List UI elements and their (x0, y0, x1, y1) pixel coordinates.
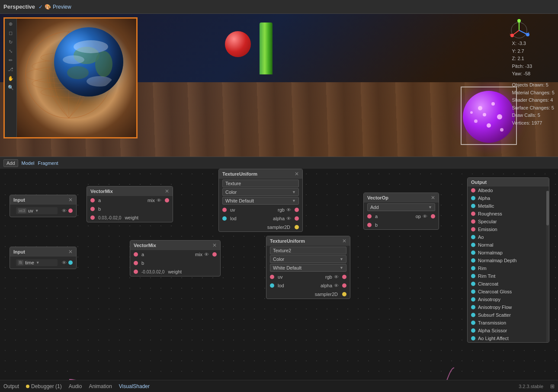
tex1-texture-dropdown[interactable]: Texture (222, 180, 299, 187)
out-clearcoat-socket[interactable] (471, 282, 475, 286)
out-ao-light-socket[interactable] (471, 336, 475, 341)
vm1-a-socket[interactable] (90, 198, 95, 202)
output-scrollbar[interactable] (546, 191, 549, 342)
stat-shaders: Shader Changes: 4 (512, 96, 555, 104)
tex1-rgb-socket[interactable] (295, 208, 299, 212)
layout-icon[interactable]: ⊞ (550, 383, 555, 389)
out-rim-socket[interactable] (471, 266, 475, 270)
vm2-weight-socket[interactable] (134, 270, 138, 274)
input-node-2-close[interactable]: ✕ (68, 249, 73, 255)
out-albedo: Albedo (468, 186, 549, 194)
vm2-mix-eye[interactable]: 👁 (204, 252, 209, 257)
tool-knife[interactable]: ⎇ (7, 66, 14, 73)
out-alpha-socket[interactable] (471, 196, 475, 200)
out-specular: Specular (468, 218, 549, 225)
vector-mix-2-header: VectorMix ✕ (130, 241, 220, 250)
out-alpha-scissor-socket[interactable] (471, 328, 475, 333)
tex1-uv-socket[interactable] (222, 208, 227, 212)
tex2-lod-socket[interactable] (270, 283, 274, 288)
out-anisotropy-flow-socket[interactable] (471, 305, 475, 309)
tool-pan[interactable]: ✋ (7, 75, 15, 82)
vm2-weight-label: weight (168, 269, 182, 274)
add-button[interactable]: Add (3, 159, 18, 167)
out-normalmap-socket[interactable] (471, 251, 475, 255)
bottom-visual-shader[interactable]: VisualShader (119, 383, 150, 389)
out-anisotropy-socket[interactable] (471, 297, 475, 302)
tex2-close[interactable]: ✕ (342, 238, 346, 244)
vop-b-socket[interactable] (367, 223, 372, 227)
out-roughness-socket[interactable] (471, 212, 475, 216)
tex2-texture-dropdown[interactable]: Texture2 (270, 247, 346, 254)
out-albedo-socket[interactable] (471, 188, 475, 193)
out-subsurf-socket[interactable] (471, 313, 475, 317)
purple-sphere-spots (463, 91, 515, 143)
bottom-audio[interactable]: Audio (69, 383, 82, 389)
stats-panel: X: -3.3 Y: 2.7 Z: 2.1 Pitch: -33 Yaw: -5… (512, 40, 555, 127)
tex2-alpha-socket[interactable] (342, 283, 346, 288)
vm1-b-socket[interactable] (90, 207, 95, 211)
out-normalmap-depth-socket[interactable] (471, 258, 475, 263)
vector-mix-1-close[interactable]: ✕ (165, 188, 169, 194)
tex2-rgb-eye[interactable]: 👁 (334, 274, 339, 280)
tex1-white-dropdown[interactable]: White Default ▼ (222, 197, 299, 205)
vm2-b-socket[interactable] (134, 261, 138, 265)
input-1-chevron[interactable]: ▼ (35, 209, 39, 213)
tex2-uv-socket[interactable] (270, 275, 274, 279)
vm2-a-socket[interactable] (134, 252, 138, 257)
vm2-mix-socket[interactable] (212, 252, 217, 257)
tex2-color-dropdown[interactable]: Color ▼ (270, 255, 346, 263)
input-node-1-close[interactable]: ✕ (68, 197, 73, 203)
tool-edit[interactable]: ✏ (8, 57, 13, 64)
vop-out-socket[interactable] (431, 214, 435, 218)
vector-mix-2-close[interactable]: ✕ (212, 242, 217, 248)
tex1-color-dropdown[interactable]: Color ▼ (222, 188, 299, 196)
stat-materials: Material Changes: 5 (512, 89, 555, 97)
tex1-close[interactable]: ✕ (295, 171, 299, 177)
input-2-eye[interactable]: 👁 (62, 260, 67, 265)
out-emission-label: Emission (478, 227, 497, 232)
vop-op-eye[interactable]: 👁 (423, 214, 427, 219)
input-2-chevron[interactable]: ▼ (36, 260, 40, 265)
tex2-white-dropdown[interactable]: White Default ▼ (270, 264, 346, 272)
tex1-alpha-socket[interactable] (295, 216, 299, 221)
tool-select[interactable]: ◻ (8, 29, 13, 37)
out-transmission-socket[interactable] (471, 321, 475, 325)
vm1-weight-row: 0.03,-0.02,0 weight (87, 213, 173, 222)
viewport-3d[interactable]: ⊕ ◻ ↻ ⤡ ✏ ⎇ ✋ 🔍 (0, 14, 558, 169)
input-1-output-socket[interactable] (68, 209, 73, 213)
out-clearcoat-gloss-socket[interactable] (471, 289, 475, 294)
node-editor[interactable]: Input ✕ vc3 uv ▼ 👁 Input ✕ flt time ▼ 👁 (0, 169, 558, 380)
vop-close[interactable]: ✕ (431, 195, 435, 201)
out-specular-socket[interactable] (471, 219, 475, 224)
tex1-lod-socket[interactable] (222, 216, 227, 221)
tex1-alpha-eye[interactable]: 👁 (286, 216, 291, 221)
out-metallic-socket[interactable] (471, 204, 475, 208)
tex2-rgb-socket[interactable] (342, 275, 346, 279)
vop-op-dropdown[interactable]: Add ▼ (367, 203, 435, 211)
out-normal-socket[interactable] (471, 243, 475, 247)
vm1-mix-eye[interactable]: 👁 (157, 198, 161, 203)
bottom-animation[interactable]: Animation (89, 383, 112, 389)
out-rim-tint-socket[interactable] (471, 274, 475, 278)
vop-a-socket[interactable] (367, 214, 372, 218)
out-ao-socket[interactable] (471, 235, 475, 239)
bottom-output[interactable]: Output (3, 383, 19, 389)
vm1-weight-socket[interactable] (90, 215, 95, 220)
tool-rotate[interactable]: ↻ (8, 39, 13, 46)
tex2-sampler-socket[interactable] (342, 292, 346, 296)
tex2-alpha-eye[interactable]: 👁 (334, 283, 339, 288)
tex1-sampler-socket[interactable] (295, 225, 299, 229)
tex1-sampler-label: sampler2D (267, 225, 290, 230)
tool-move[interactable]: ⊕ (8, 20, 13, 28)
tex1-header: TextureUniform ✕ (219, 169, 302, 179)
bottom-debugger[interactable]: Debugger (1) (31, 383, 62, 389)
tool-scale[interactable]: ⤡ (8, 48, 13, 55)
vm1-mix-socket[interactable] (165, 198, 169, 202)
out-emission-socket[interactable] (471, 227, 475, 231)
input-2-output-socket[interactable] (68, 260, 73, 265)
tool-zoom[interactable]: 🔍 (7, 84, 15, 91)
preview-toggle[interactable]: ✓ 🎨 Preview (38, 4, 71, 10)
tex1-rgb-eye[interactable]: 👁 (286, 207, 291, 212)
input-1-eye[interactable]: 👁 (62, 208, 67, 213)
out-ao-light: Ao Light Affect (468, 334, 549, 342)
